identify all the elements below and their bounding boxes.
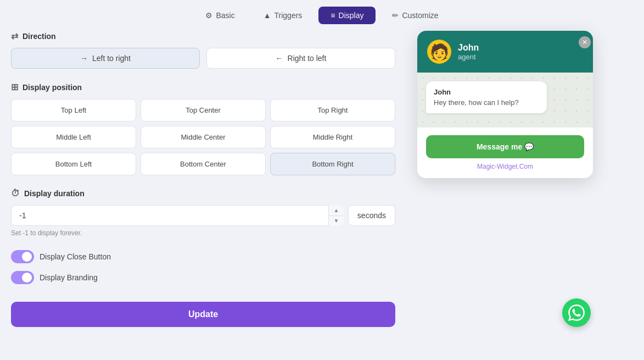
duration-decrement[interactable]: ▼	[329, 216, 344, 226]
chat-widget-preview: 🧑 John agent John Hey there, how can I h…	[417, 31, 593, 178]
main-content: ⇄ Direction → Left to right ← Right to l…	[0, 31, 644, 360]
magic-widget-link[interactable]: Magic-Widget.Com	[477, 163, 533, 170]
position-section: ⊞ Display position Top Left Top Center T…	[11, 82, 395, 175]
customize-icon: ✏	[392, 11, 399, 20]
display-icon: ≡	[331, 11, 335, 20]
direction-icon: ⇄	[11, 31, 18, 41]
arrow-right-icon: →	[80, 54, 88, 63]
triggers-icon: ▲	[264, 11, 271, 20]
position-middle-right[interactable]: Middle Right	[270, 126, 395, 148]
position-middle-center[interactable]: Middle Center	[141, 126, 266, 148]
duration-hint: Set -1 to display forever.	[11, 229, 395, 237]
position-top-left[interactable]: Top Left	[11, 99, 136, 121]
seconds-label: seconds	[348, 205, 395, 226]
direction-section: ⇄ Direction → Left to right ← Right to l…	[11, 31, 395, 69]
direction-title: ⇄ Direction	[11, 31, 395, 41]
top-navigation: ⚙ Basic ▲ Triggers ≡ Display ✏ Customize	[0, 0, 644, 31]
message-me-button[interactable]: Message me 💬	[426, 135, 584, 158]
timer-icon: ⏱	[11, 189, 20, 198]
duration-increment[interactable]: ▲	[329, 205, 344, 216]
tab-display[interactable]: ≡ Display	[318, 7, 376, 24]
duration-title: ⏱ Display duration	[11, 189, 395, 198]
grid-icon: ⊞	[11, 82, 18, 92]
arrow-left-icon: ←	[276, 54, 283, 63]
gear-icon: ⚙	[205, 11, 212, 20]
duration-section: ⏱ Display duration ▲ ▼ seconds Set -1 to…	[11, 189, 395, 237]
duration-input[interactable]	[11, 205, 344, 226]
whatsapp-fab[interactable]	[562, 298, 591, 327]
duration-spinners: ▲ ▼	[328, 205, 344, 226]
avatar-emoji: 🧑	[430, 43, 449, 61]
toggles-section: Display Close Button Display Branding	[11, 250, 395, 284]
direction-rtl[interactable]: ← Right to left	[206, 48, 395, 69]
position-top-right[interactable]: Top Right	[270, 99, 395, 121]
position-title: ⊞ Display position	[11, 82, 395, 92]
branding-toggle[interactable]	[11, 271, 34, 284]
whatsapp-icon	[568, 304, 585, 321]
agent-avatar: 🧑	[427, 40, 451, 64]
tab-triggers[interactable]: ▲ Triggers	[251, 7, 315, 24]
agent-info: John agent	[458, 43, 479, 61]
position-bottom-right[interactable]: Bottom Right	[270, 153, 395, 175]
update-button[interactable]: Update	[11, 302, 395, 327]
toggle-row-close-button: Display Close Button	[11, 250, 395, 263]
direction-options: → Left to right ← Right to left	[11, 48, 395, 69]
tab-customize[interactable]: ✏ Customize	[380, 7, 450, 24]
close-fab[interactable]: ✕	[579, 36, 591, 48]
position-top-center[interactable]: Top Center	[141, 99, 266, 121]
position-middle-left[interactable]: Middle Left	[11, 126, 136, 148]
position-bottom-left[interactable]: Bottom Left	[11, 153, 136, 175]
left-panel: ⇄ Direction → Left to right ← Right to l…	[11, 31, 395, 349]
chat-body: John Hey there, how can I help?	[417, 73, 593, 128]
direction-ltr[interactable]: → Left to right	[11, 48, 200, 69]
chat-header: 🧑 John agent	[417, 31, 593, 73]
position-bottom-center[interactable]: Bottom Center	[141, 153, 266, 175]
toggle-row-branding: Display Branding	[11, 271, 395, 284]
duration-input-wrap: ▲ ▼	[11, 205, 344, 226]
duration-row: ▲ ▼ seconds	[11, 205, 395, 226]
position-grid: Top Left Top Center Top Right Middle Lef…	[11, 99, 395, 175]
close-button-toggle[interactable]	[11, 250, 34, 263]
tab-basic[interactable]: ⚙ Basic	[193, 7, 247, 24]
chat-footer: Message me 💬 Magic-Widget.Com	[417, 128, 593, 178]
right-panel: 🧑 John agent John Hey there, how can I h…	[406, 31, 593, 349]
chat-bubble: John Hey there, how can I help?	[426, 81, 547, 113]
